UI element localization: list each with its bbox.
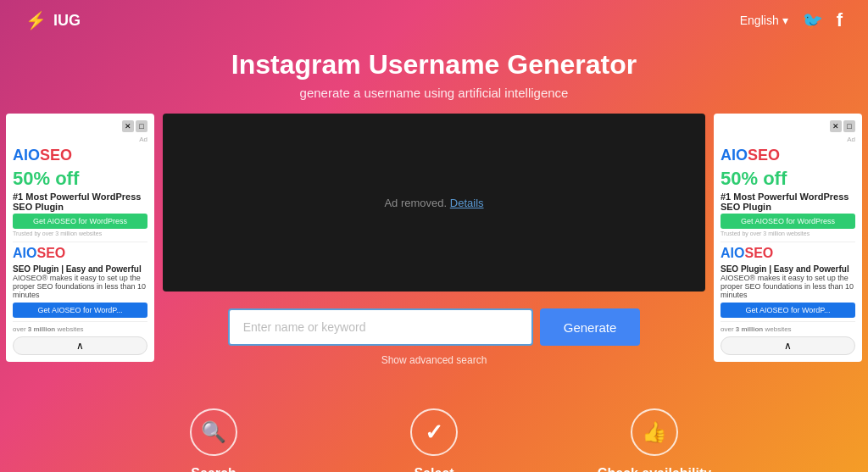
generate-button[interactable]: Generate — [540, 308, 641, 346]
ad-tagline-left: SEO Plugin | Easy and Powerful — [13, 264, 147, 274]
ad-cta2-right[interactable]: Get AIOSEO for WordP... — [721, 303, 855, 318]
ad-logo2-right: AIOSEO — [721, 242, 855, 261]
ad-headline-right: #1 Most Powerful WordPress SEO Plugin — [721, 192, 855, 212]
feature-select-title: Select — [414, 466, 453, 472]
page-title: Instagram Username Generator — [231, 49, 637, 81]
main-content: Instagram Username Generator generate a … — [0, 41, 868, 472]
search-area: Generate Show advanced search — [163, 308, 705, 366]
ad-headline-left: #1 Most Powerful WordPress SEO Plugin — [13, 192, 147, 212]
ad-close-bar-right: ✕ □ — [721, 120, 855, 132]
language-selector[interactable]: English ▾ — [740, 14, 788, 27]
feature-select: ✓ Select You can pick from the list of c… — [349, 408, 519, 472]
ad-trusted-right: Trusted by over 3 million websites — [721, 230, 855, 236]
left-ad-panel: ✕ □ Ad AIOSEO 50% off #1 Most Powerful W… — [6, 114, 154, 362]
search-row: Generate — [163, 308, 705, 346]
ad-discount-right: 50% off — [721, 168, 855, 190]
ad-removed-text: Ad removed. Details — [384, 197, 483, 209]
header: ⚡ IUG English ▾ 🐦 f — [0, 0, 868, 41]
ad-close-bar-left: ✕ □ — [13, 120, 147, 132]
language-label: English — [740, 14, 779, 27]
search-icon: 🔍 — [201, 420, 226, 444]
twitter-icon[interactable]: 🐦 — [802, 10, 823, 31]
thumbsup-icon-circle: 👍 — [631, 408, 678, 456]
page-subtitle: generate a username using artificial int… — [300, 86, 569, 100]
feature-search-title: Search — [191, 466, 236, 472]
logo-area: ⚡ IUG — [25, 10, 81, 31]
header-right: English ▾ 🐦 f — [740, 9, 843, 31]
logo-text: IUG — [53, 12, 81, 30]
ad-logo-left: AIOSEO — [13, 147, 147, 164]
ad-tagline-right: SEO Plugin | Easy and Powerful — [721, 264, 855, 274]
ad-cta1-right[interactable]: Get AIOSEO for WordPress — [721, 214, 855, 229]
checkmark-icon: ✓ — [425, 419, 443, 446]
center-panel: Ad removed. Details Generate Show advanc… — [163, 114, 705, 366]
ad-scroll-up-right[interactable]: ∧ — [721, 336, 855, 355]
ad-x-icon[interactable]: ✕ — [122, 120, 134, 132]
ad-discount-left: 50% off — [13, 168, 147, 190]
features-section: 🔍 Search Enter name or word related to y… — [95, 375, 773, 472]
ad-trusted-left: Trusted by over 3 million websites — [13, 230, 147, 236]
feature-availability-title: Check availability — [598, 466, 711, 472]
feature-search: 🔍 Search Enter name or word related to y… — [129, 408, 298, 472]
ad-details-link[interactable]: Details — [450, 197, 484, 209]
chevron-down-icon: ▾ — [782, 14, 788, 27]
ad-footer-left: over 3 million websites — [13, 321, 147, 333]
ad-cta1-left[interactable]: Get AIOSEO for WordPress — [13, 214, 147, 229]
advanced-search-link[interactable]: Show advanced search — [381, 354, 487, 366]
layout-row: ✕ □ Ad AIOSEO 50% off #1 Most Powerful W… — [0, 114, 868, 366]
lightning-icon: ⚡ — [25, 10, 47, 31]
ad-close-icon[interactable]: □ — [136, 120, 147, 132]
search-icon-circle: 🔍 — [190, 408, 237, 456]
ad-close-icon-right[interactable]: □ — [843, 120, 855, 132]
ad-scroll-up-left[interactable]: ∧ — [13, 336, 147, 355]
ad-logo2-left: AIOSEO — [13, 242, 147, 261]
ad-label-left: Ad — [13, 136, 147, 143]
ad-label-right: Ad — [721, 136, 855, 143]
feature-check-availability: 👍 Check availability To check availabili… — [570, 408, 739, 472]
facebook-icon[interactable]: f — [837, 9, 843, 31]
ad-desc-right: AIOSEO® makes it easy to set up the prop… — [721, 274, 855, 299]
ad-x-icon-right[interactable]: ✕ — [830, 120, 842, 132]
ad-area-dark: Ad removed. Details — [163, 114, 705, 292]
ad-logo-right: AIOSEO — [721, 147, 855, 164]
ad-desc-left: AIOSEO® makes it easy to set up the prop… — [13, 274, 147, 299]
right-ad-panel: ✕ □ Ad AIOSEO 50% off #1 Most Powerful W… — [714, 114, 862, 362]
ad-footer-right: over 3 million websites — [721, 321, 855, 333]
select-icon-circle: ✓ — [410, 408, 458, 456]
ad-cta2-left[interactable]: Get AIOSEO for WordP... — [13, 303, 147, 318]
search-input[interactable] — [228, 308, 533, 346]
thumbsup-icon: 👍 — [642, 420, 667, 444]
